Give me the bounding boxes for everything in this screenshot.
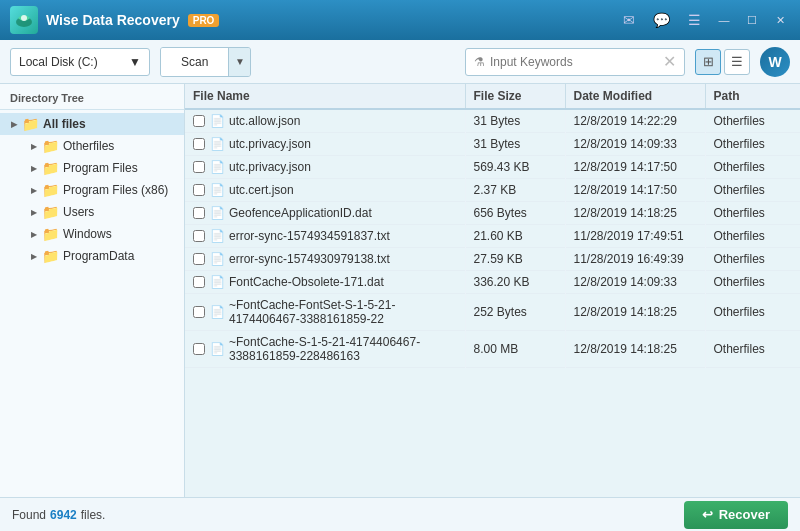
file-name-cell: 📄 ~FontCache-S-1-5-21-4174406467-3388161… [185,331,465,368]
file-type-icon: 📄 [210,229,225,243]
table-row[interactable]: 📄 ~FontCache-FontSet-S-1-5-21-4174406467… [185,294,800,331]
file-checkbox[interactable] [193,115,205,127]
file-path: Otherfiles [705,156,800,179]
file-checkbox[interactable] [193,343,205,355]
file-date: 12/8/2019 14:22:29 [565,109,705,133]
file-checkbox[interactable] [193,161,205,173]
file-path: Otherfiles [705,179,800,202]
file-size: 31 Bytes [465,133,565,156]
title-controls: ✉ 💬 ☰ — ☐ ✕ [618,10,790,30]
file-type-icon: 📄 [210,305,225,319]
file-name: utc.allow.json [229,114,300,128]
disk-label: Local Disk (C:) [19,55,98,69]
scan-btn-group: Scan ▼ [160,47,251,77]
chat-icon[interactable]: 💬 [648,10,675,30]
folder-icon: 📁 [42,204,59,220]
file-checkbox[interactable] [193,230,205,242]
sidebar-item-label: Program Files (x86) [63,183,168,197]
file-type-icon: 📄 [210,183,225,197]
table-row[interactable]: 📄 error-sync-1574930979138.txt 27.59 KB … [185,248,800,271]
file-table-body: 📄 utc.allow.json 31 Bytes 12/8/2019 14:2… [185,109,800,368]
folder-icon: 📁 [42,226,59,242]
found-text: Found 6942 files. [12,508,105,522]
file-checkbox[interactable] [193,184,205,196]
file-date: 11/28/2019 17:49:51 [565,225,705,248]
table-row[interactable]: 📄 utc.privacy.json 569.43 KB 12/8/2019 1… [185,156,800,179]
file-checkbox[interactable] [193,138,205,150]
file-date: 12/8/2019 14:17:50 [565,156,705,179]
file-table: File Name File Size Date Modified Path 📄… [185,84,800,368]
disk-selector[interactable]: Local Disk (C:) ▼ [10,48,150,76]
file-size: 656 Bytes [465,202,565,225]
list-view-button[interactable]: ☰ [724,49,750,75]
file-name: error-sync-1574934591837.txt [229,229,390,243]
file-checkbox[interactable] [193,207,205,219]
sidebar-item-otherfiles[interactable]: ▶ 📁 Otherfiles [0,135,184,157]
file-panel: File Name File Size Date Modified Path 📄… [185,84,800,497]
sidebar-item-allfiles[interactable]: ▶ 📁 All files [0,113,184,135]
menu-icon[interactable]: ☰ [683,10,706,30]
minimize-button[interactable]: — [714,10,734,30]
folder-icon: 📁 [42,160,59,176]
grid-view-button[interactable]: ⊞ [695,49,721,75]
file-size: 27.59 KB [465,248,565,271]
table-row[interactable]: 📄 utc.cert.json 2.37 KB 12/8/2019 14:17:… [185,179,800,202]
folder-icon: 📁 [42,138,59,154]
file-path: Otherfiles [705,271,800,294]
table-row[interactable]: 📄 utc.privacy.json 31 Bytes 12/8/2019 14… [185,133,800,156]
sidebar-item-programdata[interactable]: ▶ 📁 ProgramData [0,245,184,267]
file-name-cell: 📄 utc.cert.json [185,179,465,202]
file-date: 12/8/2019 14:09:33 [565,271,705,294]
file-path: Otherfiles [705,202,800,225]
file-name: utc.privacy.json [229,160,311,174]
file-size: 252 Bytes [465,294,565,331]
folder-icon: 📁 [42,248,59,264]
email-icon[interactable]: ✉ [618,10,640,30]
file-name: utc.cert.json [229,183,294,197]
file-checkbox[interactable] [193,276,205,288]
file-date: 12/8/2019 14:18:25 [565,331,705,368]
found-label: Found [12,508,46,522]
scan-dropdown[interactable]: ▼ [228,48,250,76]
sidebar-item-label: Users [63,205,94,219]
file-scroll-container[interactable]: File Name File Size Date Modified Path 📄… [185,84,800,497]
file-type-icon: 📄 [210,275,225,289]
table-row[interactable]: 📄 utc.allow.json 31 Bytes 12/8/2019 14:2… [185,109,800,133]
sidebar-item-label: ProgramData [63,249,134,263]
table-header-row: File Name File Size Date Modified Path [185,84,800,109]
file-path: Otherfiles [705,109,800,133]
file-type-icon: 📄 [210,252,225,266]
file-checkbox[interactable] [193,306,205,318]
table-row[interactable]: 📄 ~FontCache-S-1-5-21-4174406467-3388161… [185,331,800,368]
sidebar-item-label: Otherfiles [63,139,114,153]
main-content: Directory Tree ▶ 📁 All files ▶ 📁 Otherfi… [0,84,800,497]
file-name: ~FontCache-FontSet-S-1-5-21-4174406467-3… [229,298,457,326]
file-date: 12/8/2019 14:17:50 [565,179,705,202]
folder-icon: 📁 [42,182,59,198]
sidebar-item-users[interactable]: ▶ 📁 Users [0,201,184,223]
filter-icon: ⚗ [474,55,485,69]
avatar[interactable]: W [760,47,790,77]
sidebar: Directory Tree ▶ 📁 All files ▶ 📁 Otherfi… [0,84,185,497]
search-input[interactable] [490,55,658,69]
table-row[interactable]: 📄 error-sync-1574934591837.txt 21.60 KB … [185,225,800,248]
close-button[interactable]: ✕ [770,10,790,30]
app-title: Wise Data Recovery [46,12,180,28]
app-logo [10,6,38,34]
recover-arrow-icon: ↩ [702,507,713,522]
recover-button[interactable]: ↩ Recover [684,501,788,529]
file-checkbox[interactable] [193,253,205,265]
table-row[interactable]: 📄 GeofenceApplicationID.dat 656 Bytes 12… [185,202,800,225]
expand-arrow-icon: ▶ [28,140,40,152]
sidebar-item-programfiles[interactable]: ▶ 📁 Program Files [0,157,184,179]
maximize-button[interactable]: ☐ [742,10,762,30]
sidebar-item-windows[interactable]: ▶ 📁 Windows [0,223,184,245]
sidebar-header: Directory Tree [0,89,184,110]
file-name-cell: 📄 error-sync-1574934591837.txt [185,225,465,248]
view-toggle: ⊞ ☰ [695,49,750,75]
dropdown-arrow-icon: ▼ [129,55,141,69]
scan-button[interactable]: Scan [161,48,228,76]
file-size: 31 Bytes [465,109,565,133]
sidebar-item-programfilesx86[interactable]: ▶ 📁 Program Files (x86) [0,179,184,201]
table-row[interactable]: 📄 FontCache-Obsolete-171.dat 336.20 KB 1… [185,271,800,294]
